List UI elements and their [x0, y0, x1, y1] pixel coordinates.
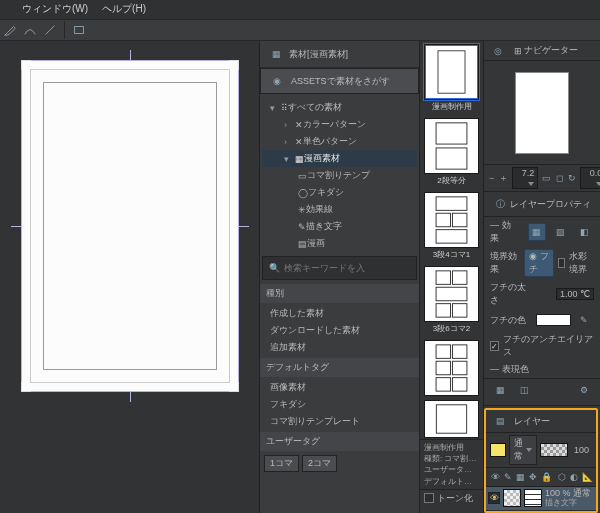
navigator-preview[interactable] [484, 61, 600, 165]
prop-tool-2[interactable]: ◫ [515, 381, 533, 399]
navigator-page [515, 72, 569, 154]
zoom-fit-icon[interactable]: ▭ [542, 171, 551, 185]
navigator-tab[interactable]: ⊞ ナビゲーター [510, 44, 582, 57]
zoom-100-icon[interactable]: ◻ [556, 171, 563, 185]
tool-line-icon[interactable] [41, 21, 59, 39]
tree-balloon[interactable]: ◯ フキダシ [262, 184, 417, 201]
tool-curve-icon[interactable] [21, 21, 39, 39]
border-color-swatch[interactable] [536, 314, 571, 326]
layer-mask-thumb [524, 489, 542, 507]
svg-rect-1 [438, 51, 465, 93]
thumb-4[interactable] [424, 266, 479, 322]
blend-mode-select[interactable]: 通常 [509, 435, 537, 465]
rotate-icon[interactable]: ↻ [568, 171, 576, 185]
visibility-icon[interactable]: 👁 [488, 492, 500, 504]
ruler-icon[interactable]: 📐 [582, 470, 593, 484]
svg-rect-15 [436, 361, 450, 375]
layers-panel: ▤ レイヤー 通常 100 👁 ✎ ▦ ✥ 🔒 ⬡ ◐ 📐 [484, 408, 598, 513]
tree-manga-material[interactable]: ▾▦ 漫画素材 [262, 150, 417, 167]
zoom-out-icon[interactable]: − [489, 171, 494, 185]
material-search[interactable]: 🔍 [262, 256, 417, 280]
material-panel-tab[interactable]: ▦ 素材[漫画素材] [260, 41, 419, 68]
svg-rect-3 [436, 148, 467, 169]
prop-tool-1[interactable]: ▦ [491, 381, 509, 399]
effect-btn-1[interactable]: ▦ [528, 223, 546, 241]
expression-row: — 表現色 [484, 361, 600, 378]
tree-color-pattern[interactable]: ›✕ カラーパターン [262, 116, 417, 133]
thumb-5[interactable] [424, 340, 479, 396]
tree-manga[interactable]: ▤ 漫画 [262, 235, 417, 252]
tool-pen-icon[interactable] [1, 21, 19, 39]
lock-eye-icon[interactable]: 👁 [491, 470, 500, 484]
tag-frame-template[interactable]: コマ割りテンプレート [260, 413, 419, 430]
canvas-area[interactable] [0, 41, 260, 513]
right-dock: ◎ ⊞ ナビゲーター − ＋ 7.2 ▭ ◻ ↻ 0.0 ⇋ ⓘ レイヤープロパ… [484, 41, 600, 513]
ref-icon[interactable]: ⬡ [558, 470, 566, 484]
material-thumbnails: 漫画制作用 2段等分 3段4コマ1 3段6コマ2 漫画制作用 種類: コマ割りテ… [420, 41, 484, 513]
tree-gaki-moji[interactable]: ✎ 描き文字 [262, 218, 417, 235]
layer-list: 👁 100 % 通常描き文字 👁 ▭ 100 % 通常コマ 1 👁 100 % … [486, 487, 596, 511]
zoom-in-icon[interactable]: ＋ [499, 171, 508, 185]
tone-toggle[interactable]: トーン化 [420, 489, 483, 507]
expression-label: 表現色 [502, 364, 529, 374]
layers-tab[interactable]: ▤ レイヤー [486, 410, 596, 433]
thumb-2[interactable] [424, 118, 479, 174]
lock-pos-icon[interactable]: ✥ [529, 470, 537, 484]
opacity-value[interactable]: 100 [571, 445, 592, 455]
lock-all-icon[interactable]: 🔒 [541, 470, 552, 484]
thumb-3[interactable] [424, 192, 479, 248]
filter-downloaded[interactable]: ダウンロードした素材 [260, 322, 419, 339]
mask-icon[interactable]: ◐ [570, 470, 578, 484]
user-tag-2[interactable]: 2コマ [302, 455, 337, 472]
tag-image[interactable]: 画像素材 [260, 379, 419, 396]
lock-pen-icon[interactable]: ✎ [504, 470, 512, 484]
layer-color-swatch[interactable] [490, 443, 506, 457]
thumb-1[interactable] [424, 44, 479, 100]
layer-property-tab[interactable]: ⓘ レイヤープロパティ [484, 192, 600, 217]
material-search-input[interactable] [284, 263, 413, 273]
effect-btn-3[interactable]: ◧ [575, 223, 593, 241]
effect-label: 効果 [490, 220, 511, 243]
tree-all-materials[interactable]: ▾⠿ すべての素材 [262, 99, 417, 116]
cloud-icon: ◉ [268, 72, 286, 90]
thumb-6[interactable] [424, 400, 479, 438]
tag-balloon[interactable]: フキダシ [260, 396, 419, 413]
antialias-row[interactable]: フチのアンチエイリアス [484, 331, 600, 361]
lock-trans-icon[interactable]: ▦ [516, 470, 525, 484]
blend-row: 通常 100 [486, 433, 596, 468]
thickness-label: フチの太さ [490, 281, 534, 307]
zoom-value[interactable]: 7.2 [512, 167, 538, 189]
filter-added[interactable]: 追加素材 [260, 339, 419, 356]
filter-created[interactable]: 作成した素材 [260, 305, 419, 322]
top-toolbar [0, 19, 600, 41]
zoom-row: − ＋ 7.2 ▭ ◻ ↻ 0.0 ⇋ [484, 165, 600, 192]
thickness-value[interactable]: 1.00 ℃ [556, 288, 594, 300]
border-pill[interactable]: ◉ フチ [524, 249, 554, 277]
grid-icon: ▦ [267, 45, 285, 63]
menu-window[interactable]: ウィンドウ(W) [22, 2, 88, 16]
canvas-page[interactable] [30, 69, 230, 383]
angle-value[interactable]: 0.0 [580, 167, 600, 189]
navigator-tabs: ◎ ⊞ ナビゲーター [484, 41, 600, 61]
tree-effect-line[interactable]: ✳ 効果線 [262, 201, 417, 218]
tree-frame-template[interactable]: ▭ コマ割りテンプ [262, 167, 417, 184]
layer-row[interactable]: 👁 100 % 通常描き文字 [486, 487, 596, 511]
section-type: 種別 [260, 284, 419, 303]
opacity-checker [540, 443, 568, 457]
tone-checkbox[interactable] [424, 493, 434, 503]
svg-rect-16 [452, 361, 466, 375]
user-tag-1[interactable]: 1コマ [264, 455, 299, 472]
assets-search-button[interactable]: ◉ ASSETSで素材をさがす [260, 68, 419, 94]
tool-options-icon[interactable] [70, 21, 88, 39]
menu-help[interactable]: ヘルプ(H) [102, 2, 146, 16]
prop-tool-3[interactable]: ⚙ [575, 381, 593, 399]
eye-icon[interactable]: ◎ [489, 42, 507, 60]
info-type: 種類: コマ割りテンプレート [424, 453, 479, 464]
tree-mono-pattern[interactable]: ›✕ 単色パターン [262, 133, 417, 150]
info-icon: ⓘ [491, 195, 509, 213]
border-effect-label: 境界効果 [490, 250, 520, 276]
effect-btn-2[interactable]: ▨ [552, 223, 570, 241]
watercolor-check[interactable] [558, 258, 566, 268]
antialias-check[interactable] [490, 341, 499, 351]
eyedropper-icon[interactable]: ✎ [576, 311, 593, 329]
